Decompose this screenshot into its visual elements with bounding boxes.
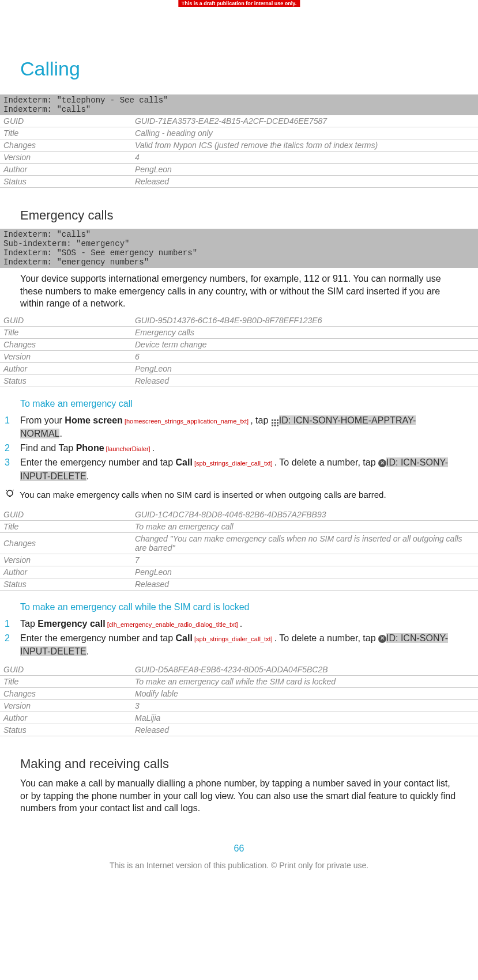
page-number: 66 <box>0 843 478 854</box>
meta-table: GUIDGUID-95D14376-6C16-4B4E-9B0D-8F78EFF… <box>0 315 478 387</box>
step-text: Find and Tap <box>20 443 76 453</box>
footer-text: This is an Internet version of this publ… <box>0 861 478 870</box>
table-row: Version4 <box>0 152 478 164</box>
delete-icon: ✕ <box>378 635 386 643</box>
tip-note: You can make emergency calls when no SIM… <box>6 489 458 503</box>
section-heading: Making and receiving calls <box>20 756 478 771</box>
inline-resource-tag: [launcherDialer] <box>104 445 152 452</box>
table-row: StatusReleased <box>0 176 478 188</box>
table-row: AuthorPengLeon <box>0 164 478 176</box>
step-text: , tap <box>250 415 271 425</box>
inline-resource-tag: [spb_strings_dialer_call_txt] <box>193 460 274 467</box>
indexterm-block: Indexterm: "calls" Sub-indexterm: "emerg… <box>0 229 478 268</box>
indexterm-line: Sub-indexterm: "emergency" <box>3 239 475 248</box>
steps-list: Tap Emergency call [clh_emergency_enable… <box>0 617 458 659</box>
table-row: GUIDGUID-D5A8FEA8-E9B6-4234-8D05-ADDA04F… <box>0 664 478 676</box>
svg-rect-7 <box>274 425 276 426</box>
table-row: AuthorPengLeon <box>0 566 478 578</box>
step-text: . To delete a number, tap <box>274 457 378 467</box>
inline-resource-tag: [clh_emergency_enable_radio_dialog_title… <box>106 621 240 628</box>
table-row: StatusReleased <box>0 724 478 736</box>
svg-rect-3 <box>272 422 273 423</box>
table-row: AuthorPengLeon <box>0 362 478 374</box>
table-row: Version3 <box>0 700 478 712</box>
ui-term: Emergency call <box>37 619 105 629</box>
table-row: ChangesModify lable <box>0 688 478 700</box>
table-row: Version6 <box>0 350 478 362</box>
page-title: Calling <box>20 58 478 80</box>
list-item: Enter the emergency number and tap Call … <box>0 631 458 658</box>
table-row: AuthorMaLijia <box>0 712 478 724</box>
meta-table: GUIDGUID-1C4DC7B4-8DD8-4046-82B6-4DB57A2… <box>0 509 478 591</box>
ui-term: Phone <box>76 443 104 453</box>
ui-term: Home screen <box>65 415 123 425</box>
step-text: . To delete a number, tap <box>274 633 378 643</box>
section-heading: Emergency calls <box>20 208 478 223</box>
svg-line-11 <box>6 490 7 491</box>
svg-rect-10 <box>9 496 11 497</box>
table-row: GUIDGUID-95D14376-6C16-4B4E-9B0D-8F78EFF… <box>0 315 478 327</box>
draft-banner: This is a draft publication for internal… <box>178 0 300 7</box>
meta-table: GUIDGUID-71EA3573-EAE2-4B15-A2CF-DCED46E… <box>0 115 478 188</box>
list-item: Find and Tap Phone [launcherDialer] . <box>0 441 458 455</box>
step-text: . <box>59 429 62 438</box>
step-text: Tap <box>20 619 37 629</box>
svg-rect-8 <box>277 425 278 426</box>
body-paragraph: You can make a call by manually dialling… <box>20 777 458 815</box>
indexterm-line: Indexterm: "telephony - See calls" <box>3 96 475 105</box>
svg-line-12 <box>13 490 14 491</box>
table-row: ChangesValid from Nypon ICS (justed remo… <box>0 139 478 152</box>
body-paragraph: Your device supports international emerg… <box>20 273 458 310</box>
table-row: Version7 <box>0 554 478 566</box>
svg-rect-4 <box>274 422 276 423</box>
table-row: GUIDGUID-1C4DC7B4-8DD8-4046-82B6-4DB57A2… <box>0 509 478 521</box>
apptray-icon <box>271 417 279 425</box>
table-row: TitleTo make an emergency call <box>0 520 478 532</box>
step-text: . <box>240 619 242 629</box>
list-item: Enter the emergency number and tap Call … <box>0 456 458 482</box>
indexterm-line: Indexterm: "calls" <box>3 105 475 114</box>
meta-table: GUIDGUID-D5A8FEA8-E9B6-4234-8D05-ADDA04F… <box>0 664 478 736</box>
delete-icon: ✕ <box>378 459 386 467</box>
step-text: . <box>86 471 89 481</box>
table-row: TitleCalling - heading only <box>0 127 478 139</box>
table-row: ChangesDevice term change <box>0 338 478 350</box>
tip-text: You can make emergency calls when no SIM… <box>20 489 386 503</box>
ui-term: Call <box>176 457 193 467</box>
indexterm-line: Indexterm: "emergency numbers" <box>3 258 475 267</box>
ui-term: Call <box>176 633 193 643</box>
svg-rect-6 <box>272 425 273 426</box>
list-item: From your Home screen [homescreen_string… <box>0 414 458 440</box>
step-text: Enter the emergency number and tap <box>20 633 176 643</box>
indexterm-line: Indexterm: "calls" <box>3 230 475 239</box>
svg-rect-1 <box>274 419 276 421</box>
step-text: Enter the emergency number and tap <box>20 457 176 467</box>
table-row: GUIDGUID-71EA3573-EAE2-4B15-A2CF-DCED46E… <box>0 115 478 127</box>
inline-resource-tag: [spb_strings_dialer_call_txt] <box>193 635 274 642</box>
indexterm-line: Indexterm: "SOS - See emergency numbers" <box>3 248 475 258</box>
table-row: TitleTo make an emergency call while the… <box>0 676 478 688</box>
procedure-heading: To make an emergency call while the SIM … <box>20 602 478 612</box>
table-row: StatusReleased <box>0 578 478 590</box>
svg-rect-0 <box>272 419 273 421</box>
step-text: . <box>86 646 89 656</box>
tip-icon <box>6 489 14 503</box>
table-row: TitleEmergency calls <box>0 326 478 338</box>
step-text: From your <box>20 415 65 425</box>
svg-point-9 <box>7 490 13 496</box>
list-item: Tap Emergency call [clh_emergency_enable… <box>0 617 458 630</box>
step-text: . <box>152 443 155 453</box>
table-row: StatusReleased <box>0 374 478 387</box>
svg-rect-5 <box>277 422 278 423</box>
svg-rect-2 <box>277 419 278 421</box>
table-row: ChangesChanged "You can make emergency c… <box>0 532 478 554</box>
steps-list: From your Home screen [homescreen_string… <box>0 414 458 483</box>
indexterm-block: Indexterm: "telephony - See calls" Index… <box>0 94 478 115</box>
inline-resource-tag: [homescreen_strings_application_name_txt… <box>123 418 250 425</box>
procedure-heading: To make an emergency call <box>20 399 478 409</box>
